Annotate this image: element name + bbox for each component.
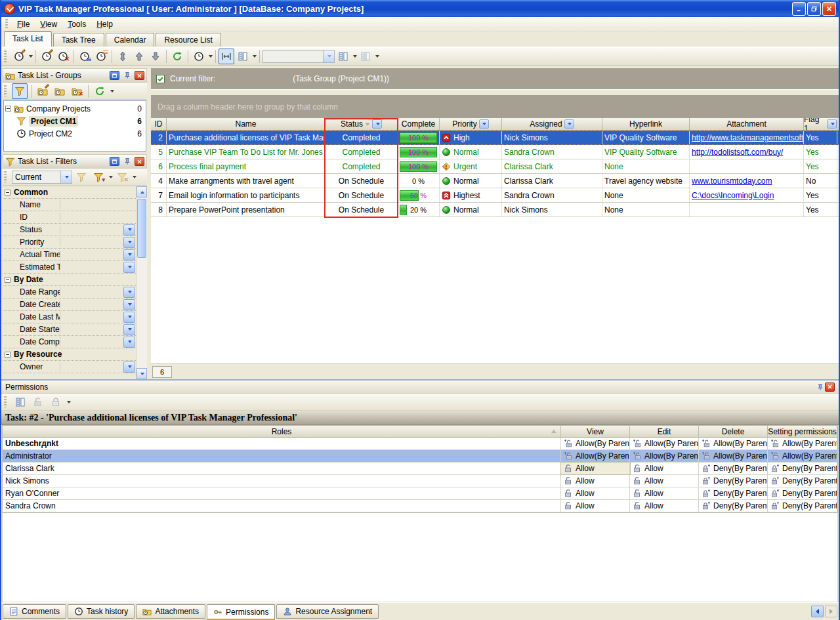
status-filter-dropdown[interactable] — [372, 119, 382, 129]
task-row[interactable]: 7 Email login information to participant… — [151, 188, 839, 203]
save-layout-dropdown[interactable] — [353, 55, 357, 58]
attachment-link[interactable]: http://www.taskmanagementsoft.c — [692, 133, 804, 142]
filters-pin-button[interactable] — [122, 157, 132, 166]
task-details-button[interactable] — [93, 49, 109, 64]
tree-item-project-cm1[interactable]: Project CM1 6 — [5, 115, 144, 127]
save-filter-button[interactable]: ▾ — [91, 169, 106, 185]
dropdown-button[interactable] — [123, 249, 135, 260]
filter-row-date-last-modified[interactable]: Date Last M — [3, 311, 136, 323]
permissions-pin-button[interactable] — [815, 382, 825, 392]
delete-task-button[interactable]: ✕ — [55, 49, 71, 64]
col-name[interactable]: Name — [167, 118, 326, 130]
attachment-link[interactable]: http://todolistsoft.com/buy/ — [692, 148, 783, 157]
groups-maximize-button[interactable] — [110, 71, 119, 80]
tab-task-list[interactable]: Task List — [4, 31, 52, 47]
filter-preset-arrow[interactable] — [60, 171, 72, 183]
lock-button[interactable] — [48, 394, 64, 410]
col-status[interactable]: Status — [326, 118, 398, 130]
tab-resource-list[interactable]: Resource List — [156, 33, 220, 47]
move-down-button[interactable] — [148, 49, 163, 64]
restore-button[interactable] — [807, 2, 821, 16]
permission-row[interactable]: Ryan O'Conner Allow Allow Deny(By Parent… — [3, 487, 837, 500]
task-row[interactable]: 8 Prepare PowerPoint presentation On Sch… — [151, 203, 839, 217]
tab-resource-assignment[interactable]: Resource Assignment — [276, 604, 379, 619]
assigned-filter-dropdown[interactable] — [564, 119, 574, 129]
flag-filter-dropdown[interactable] — [827, 119, 837, 129]
filter-row-status[interactable]: Status — [3, 224, 136, 236]
clear-filter-button[interactable]: ✕ — [114, 169, 130, 185]
edit-task-button[interactable] — [39, 49, 54, 64]
col-complete[interactable]: Complete — [398, 118, 440, 130]
tab-task-tree[interactable]: Task Tree — [53, 33, 104, 47]
view-mode-button[interactable] — [191, 49, 207, 64]
apply-filter-button[interactable] — [74, 169, 89, 185]
save-layout-button[interactable] — [335, 49, 351, 64]
dropdown-button[interactable] — [123, 337, 135, 348]
filter-section-by-resource[interactable]: By Resource — [3, 348, 136, 361]
priority-filter-dropdown[interactable] — [479, 119, 489, 129]
delete-group-button[interactable]: ✕ — [69, 83, 85, 99]
permission-row[interactable]: Sandra Crown Allow Allow Deny(By Parent)… — [3, 500, 837, 512]
tree-expander[interactable] — [5, 106, 11, 112]
menu-tools[interactable]: Tools — [62, 18, 91, 30]
inherit-permissions-button[interactable] — [12, 394, 28, 410]
task-row[interactable]: 2 Purchase additional licenses of VIP Ta… — [151, 131, 839, 145]
filter-row-date-range[interactable]: Date Range — [3, 286, 136, 299]
filters-maximize-button[interactable] — [110, 157, 119, 166]
view-mode-dropdown[interactable] — [209, 55, 213, 58]
filter-row-date-completed[interactable]: Date Compl — [3, 336, 136, 348]
new-task-button[interactable] — [11, 49, 27, 64]
fit-columns-button[interactable] — [219, 49, 234, 64]
permission-row-selected[interactable]: Administrator Allow(By Parent) Allow(By … — [3, 450, 837, 463]
menu-help[interactable]: Help — [91, 18, 118, 30]
scrollbar-thumb[interactable] — [137, 199, 146, 258]
col-id[interactable]: ID — [151, 118, 167, 130]
col-hyperlink[interactable]: Hyperlink — [602, 118, 690, 130]
menu-file[interactable]: File — [12, 18, 35, 30]
col-view[interactable]: View — [561, 426, 630, 437]
dropdown-button[interactable] — [123, 299, 135, 310]
groups-toolbar-overflow[interactable] — [110, 90, 114, 93]
col-delete[interactable]: Delete — [699, 426, 768, 437]
tab-task-history[interactable]: Task history — [68, 604, 135, 619]
tab-calendar[interactable]: Calendar — [106, 33, 155, 47]
permission-row[interactable]: Clarissa Clark Allow Allow Deny(By Paren… — [3, 463, 837, 475]
layout-combobox-arrow[interactable] — [323, 51, 334, 62]
col-assigned[interactable]: Assigned — [502, 118, 602, 130]
close-button[interactable] — [822, 2, 836, 16]
dropdown-button[interactable] — [123, 237, 135, 248]
scroll-up-button[interactable] — [136, 186, 147, 197]
attachment-link[interactable]: C:\docs\Incoming\Login — [692, 191, 774, 200]
groups-pin-button[interactable] — [122, 71, 132, 80]
dropdown-button[interactable] — [123, 262, 135, 273]
refresh-button[interactable] — [169, 49, 185, 64]
dropdown-button[interactable] — [123, 287, 135, 298]
groups-refresh-button[interactable] — [92, 83, 108, 99]
task-row[interactable]: 4 Make arrangments with travel agent On … — [151, 174, 839, 188]
col-attachment[interactable]: Attachment — [690, 118, 804, 130]
filter-row-name[interactable]: Name — [3, 199, 136, 211]
groups-filter-button[interactable] — [12, 83, 28, 99]
move-up-button[interactable] — [131, 49, 147, 64]
filters-toolbar-overflow[interactable] — [133, 176, 136, 178]
filter-row-date-started[interactable]: Date Started — [3, 323, 136, 336]
move-updown-button[interactable] — [115, 49, 131, 64]
new-task-dropdown[interactable] — [29, 55, 33, 58]
dropdown-button[interactable] — [123, 324, 135, 335]
task-row[interactable]: 5 Purchase VIP Team To Do List for Mr. J… — [151, 145, 839, 159]
filter-preset-combobox[interactable]: Current — [12, 171, 72, 184]
filter-row-estimated-time[interactable]: Estimated T — [3, 261, 136, 274]
new-group-button[interactable] — [35, 83, 51, 99]
tab-comments[interactable]: Comments — [3, 604, 66, 619]
edit-group-button[interactable] — [52, 83, 68, 99]
filter-section-by-date[interactable]: By Date — [3, 274, 136, 286]
tab-permissions[interactable]: Permissions — [207, 604, 275, 620]
unlock-button[interactable] — [30, 394, 46, 410]
permission-row[interactable]: Unbeschrдnkt Allow(By Parent) Allow(By P… — [3, 438, 837, 450]
tab-attachments[interactable]: Attachments — [136, 604, 205, 619]
tree-item-company-projects[interactable]: Company Projects 0 — [5, 102, 144, 115]
menu-view[interactable]: View — [35, 18, 62, 30]
scroll-down-button[interactable] — [136, 368, 147, 379]
filter-row-owner[interactable]: Owner — [3, 361, 136, 373]
filter-row-date-created[interactable]: Date Create — [3, 299, 136, 311]
